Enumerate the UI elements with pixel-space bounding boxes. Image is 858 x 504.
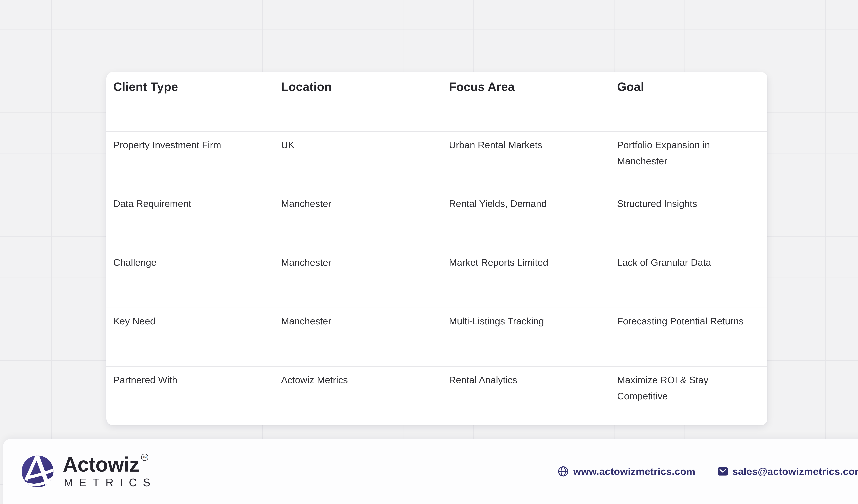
table-cell: Actowiz Metrics xyxy=(274,367,442,425)
column-header-client-type: Client Type xyxy=(106,72,274,131)
infographic-canvas: { "chart_data": { "type": "table", "colu… xyxy=(0,0,858,504)
globe-icon xyxy=(557,466,569,477)
table-cell: Challenge xyxy=(106,249,274,308)
email-address: sales@actowizmetrics.com xyxy=(732,466,858,477)
table-cell: Manchester xyxy=(274,190,442,249)
table-cell: Manchester xyxy=(274,249,442,308)
table-cell: Structured Insights xyxy=(610,190,767,249)
table-cell: Key Need xyxy=(106,308,274,366)
website-url: www.actowizmetrics.com xyxy=(573,466,696,477)
case-study-table-card: Client Type Location Focus Area Goal Pro… xyxy=(106,72,767,425)
table-cell: Market Reports Limited xyxy=(442,249,610,308)
trademark-badge: TM xyxy=(141,454,148,461)
column-header-focus-area: Focus Area xyxy=(442,72,610,131)
brand-text: Actowiz TM METRICS xyxy=(63,455,157,488)
table-cell: Partnered With xyxy=(106,367,274,425)
footer-links: www.actowizmetrics.com sales@actowizmetr… xyxy=(557,439,858,504)
brand-name: Actowiz xyxy=(63,455,139,474)
brand-subtitle: METRICS xyxy=(64,477,157,488)
table-cell: Urban Rental Markets xyxy=(442,131,610,190)
table-cell: Maximize ROI & Stay Competitive xyxy=(610,367,767,425)
table-cell: UK xyxy=(274,131,442,190)
table-cell: Data Requirement xyxy=(106,190,274,249)
mail-icon xyxy=(718,467,728,476)
case-study-table: Client Type Location Focus Area Goal Pro… xyxy=(106,72,767,425)
table-cell: Forecasting Potential Returns xyxy=(610,308,767,366)
table-cell: Portfolio Expansion in Manchester xyxy=(610,131,767,190)
table-cell: Lack of Granular Data xyxy=(610,249,767,308)
table-cell: Property Investment Firm xyxy=(106,131,274,190)
table-cell: Manchester xyxy=(274,308,442,366)
email-link[interactable]: sales@actowizmetrics.com xyxy=(718,466,858,477)
footer-bar: Actowiz TM METRICS www.actowizmetrics.co… xyxy=(3,439,858,504)
website-link[interactable]: www.actowizmetrics.com xyxy=(557,466,696,477)
table-cell: Rental Analytics xyxy=(442,367,610,425)
column-header-location: Location xyxy=(274,72,442,131)
actowiz-logo-icon xyxy=(19,453,56,490)
table-cell: Rental Yields, Demand xyxy=(442,190,610,249)
brand-block: Actowiz TM METRICS xyxy=(19,439,157,504)
table-cell: Multi-Listings Tracking xyxy=(442,308,610,366)
column-header-goal: Goal xyxy=(610,72,767,131)
